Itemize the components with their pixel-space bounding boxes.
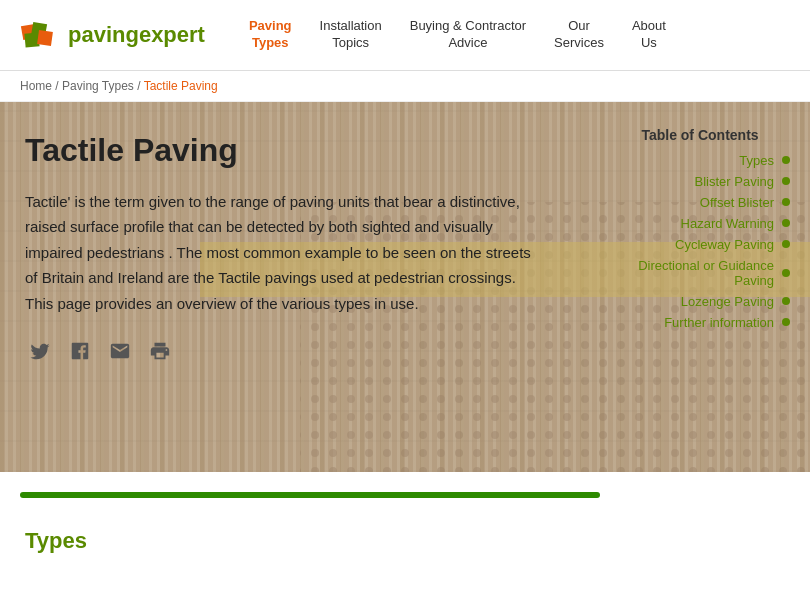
types-section: Types — [0, 508, 810, 574]
toc-item-further: Further information — [610, 315, 790, 330]
toc-link-offset[interactable]: Offset Blister — [700, 195, 774, 210]
toc-dot-cycleway — [782, 240, 790, 248]
toc-dot-offset — [782, 198, 790, 206]
page-description: Tactile' is the term given to the range … — [25, 189, 535, 317]
toc-dot-blister — [782, 177, 790, 185]
logo[interactable]: pavingexpert — [20, 15, 205, 55]
toc-dot-types — [782, 156, 790, 164]
nav-buying-contractor[interactable]: Buying & ContractorAdvice — [396, 10, 540, 60]
toc-item-directional: Directional or GuidancePaving — [610, 258, 790, 288]
green-divider-line — [20, 492, 600, 498]
toc-title: Table of Contents — [610, 127, 790, 143]
site-name: pavingexpert — [68, 22, 205, 48]
email-icon[interactable] — [105, 336, 135, 366]
toc-link-cycleway[interactable]: Cycleway Paving — [675, 237, 774, 252]
nav-installation-topics[interactable]: InstallationTopics — [306, 10, 396, 60]
toc-dot-hazard — [782, 219, 790, 227]
toc-link-directional[interactable]: Directional or GuidancePaving — [638, 258, 774, 288]
social-icons — [25, 336, 535, 366]
toc-item-blister: Blister Paving — [610, 174, 790, 189]
main-nav: PavingTypes InstallationTopics Buying & … — [235, 10, 680, 60]
nav-about-us[interactable]: AboutUs — [618, 10, 680, 60]
toc-item-hazard: Hazard Warning — [610, 216, 790, 231]
print-icon[interactable] — [145, 336, 175, 366]
toc-dot-lozenge — [782, 297, 790, 305]
toc-link-blister[interactable]: Blister Paving — [695, 174, 774, 189]
header: pavingexpert PavingTypes InstallationTop… — [0, 0, 810, 71]
svg-rect-2 — [24, 32, 39, 47]
breadcrumb-home[interactable]: Home — [20, 79, 52, 93]
twitter-icon[interactable] — [25, 336, 55, 366]
breadcrumb-section[interactable]: Paving Types — [62, 79, 134, 93]
toc-link-further[interactable]: Further information — [664, 315, 774, 330]
hero-text-content: Tactile Paving Tactile' is the term give… — [0, 102, 560, 387]
page-title: Tactile Paving — [25, 132, 535, 169]
toc-link-types[interactable]: Types — [739, 153, 774, 168]
toc-item-types: Types — [610, 153, 790, 168]
svg-rect-3 — [37, 30, 53, 46]
types-section-title: Types — [25, 528, 785, 554]
toc-link-lozenge[interactable]: Lozenge Paving — [681, 294, 774, 309]
logo-icon — [20, 15, 60, 55]
table-of-contents: Table of Contents Types Blister Paving O… — [610, 127, 790, 336]
green-divider-section — [0, 472, 810, 508]
toc-dot-further — [782, 318, 790, 326]
breadcrumb: Home / Paving Types / Tactile Paving — [0, 71, 810, 102]
breadcrumb-current: Tactile Paving — [144, 79, 218, 93]
toc-dot-directional — [782, 269, 790, 277]
nav-our-services[interactable]: OurServices — [540, 10, 618, 60]
hero-section: Tactile Paving Tactile' is the term give… — [0, 102, 810, 472]
toc-item-lozenge: Lozenge Paving — [610, 294, 790, 309]
toc-item-offset: Offset Blister — [610, 195, 790, 210]
nav-paving-types[interactable]: PavingTypes — [235, 10, 306, 60]
facebook-icon[interactable] — [65, 336, 95, 366]
toc-link-hazard[interactable]: Hazard Warning — [681, 216, 774, 231]
toc-item-cycleway: Cycleway Paving — [610, 237, 790, 252]
